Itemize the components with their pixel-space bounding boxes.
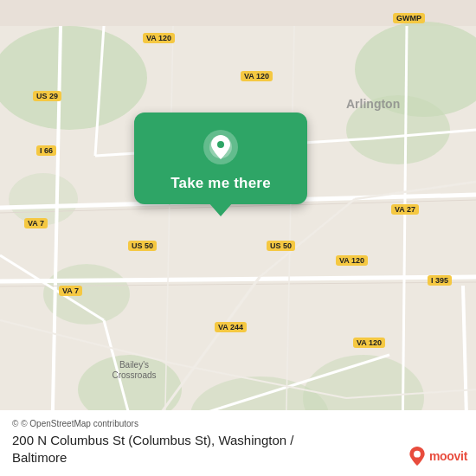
address-line2: Baltimore xyxy=(12,450,67,465)
road-label-va120-1: VA 120 xyxy=(143,33,175,43)
moovit-text: moovit xyxy=(429,449,467,463)
road-label-us50-1: US 50 xyxy=(128,241,157,251)
address-line1: 200 N Columbus St (Columbus St), Washing… xyxy=(12,433,293,447)
osm-attribution: © © OpenStreetMap contributors xyxy=(12,419,464,428)
road-label-i66-1: I 66 xyxy=(36,145,56,156)
road-label-va244: VA 244 xyxy=(215,322,247,332)
map-container: Arlington Bailey's Crossroads US 29 VA 1… xyxy=(0,0,476,476)
svg-text:Arlington: Arlington xyxy=(346,97,400,111)
road-label-us29: US 29 xyxy=(33,91,61,101)
svg-point-36 xyxy=(414,451,421,458)
osm-link[interactable]: © OpenStreetMap contributors xyxy=(21,419,138,428)
road-label-i395: I 395 xyxy=(428,275,452,286)
svg-text:Crossroads: Crossroads xyxy=(112,370,156,380)
address-display: 200 N Columbus St (Columbus St), Washing… xyxy=(12,432,464,466)
road-label-va120-2: VA 120 xyxy=(241,71,273,81)
road-label-gwmp: GWMP xyxy=(393,13,425,23)
osm-icon: © xyxy=(12,419,18,428)
location-pin-icon xyxy=(202,128,240,166)
take-me-there-button[interactable]: Take me there xyxy=(170,175,271,192)
svg-text:Bailey's: Bailey's xyxy=(119,360,149,370)
svg-point-8 xyxy=(9,173,78,225)
moovit-logo: moovit xyxy=(408,447,467,466)
bottom-bar: © © OpenStreetMap contributors 200 N Col… xyxy=(0,410,476,476)
road-label-us50-2: US 50 xyxy=(267,241,295,251)
road-label-va120-3: VA 120 xyxy=(336,255,368,266)
moovit-pin-icon xyxy=(408,447,427,466)
svg-point-35 xyxy=(217,141,224,148)
location-card[interactable]: Take me there xyxy=(134,113,307,204)
road-label-va27: VA 27 xyxy=(391,204,419,215)
road-label-va7-2: VA 7 xyxy=(59,286,82,296)
road-label-va7-1: VA 7 xyxy=(24,218,48,228)
road-label-va120-4: VA 120 xyxy=(353,338,385,348)
map-background: Arlington Bailey's Crossroads xyxy=(0,0,476,476)
